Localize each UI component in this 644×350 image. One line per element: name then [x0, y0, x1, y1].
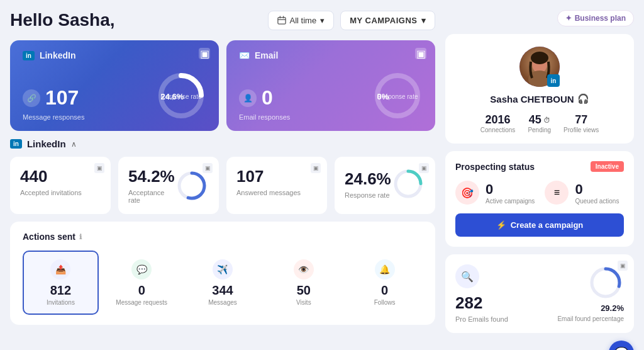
linkedin-metric-label: Message responses	[23, 113, 84, 121]
pin-icon: ▣	[311, 163, 321, 173]
email-donut: 0% Response rate	[372, 71, 423, 121]
chevron-up-icon: ∧	[71, 140, 77, 149]
linkedin-card-header: in LinkedIn	[23, 50, 206, 60]
profile-emoji: 🎧	[577, 93, 589, 104]
greeting: Hello Sasha,	[10, 10, 115, 30]
answered-messages-value: 107	[236, 167, 317, 186]
lightning-icon: ⚡	[496, 220, 506, 230]
queued-actions-icon: ≡	[545, 181, 569, 205]
actions-grid: 📤 812 Invitations 💬 0 Message requests ✈…	[23, 251, 423, 315]
connections-label: Connections	[480, 127, 516, 133]
invitations-label: Invitations	[47, 299, 75, 306]
connections-stat: 2016 Connections	[480, 113, 516, 133]
visits-action[interactable]: 👁️ 50 Visits	[265, 251, 341, 315]
linkedin-metric: 🔗 107 Message responses	[23, 86, 84, 121]
messages-action[interactable]: ✈️ 344 Messages	[185, 251, 261, 315]
email-card-header: ✉️ Email	[239, 50, 423, 60]
messages-value: 344	[212, 283, 233, 298]
date-filter-dropdown[interactable]: All time ▾	[268, 11, 335, 30]
pending-value: 45 ⏱	[528, 113, 551, 127]
email-found-percentage-label: Email found percentage	[557, 315, 624, 322]
queued-actions-stat: ≡ 0 Queued actions	[545, 181, 619, 205]
pro-emails-icon: 🔍	[455, 264, 479, 288]
accepted-invitations-label: Accepted invitations	[20, 189, 101, 196]
email-donut-sublabel: Response rate	[377, 93, 418, 100]
email-summary-card: ▣ ✉️ Email 👤 0 Email responses	[226, 40, 435, 131]
invitations-icon: 📤	[50, 259, 70, 279]
chat-button[interactable]: 💬	[609, 341, 634, 350]
inactive-badge: Inactive	[591, 161, 624, 172]
pro-emails-value: 282	[455, 293, 508, 313]
linkedin-donut: 24.6% Response rate	[156, 71, 206, 121]
linkedin-section-header: in LinkedIn ∧	[10, 138, 435, 149]
acceptance-rate-donut	[175, 169, 209, 203]
invitations-value: 812	[50, 283, 71, 298]
follows-label: Follows	[374, 299, 396, 306]
email-metric-value: 0	[262, 86, 273, 110]
message-requests-icon: 💬	[131, 259, 152, 279]
avatar-container: in	[519, 47, 560, 87]
accepted-invitations-value: 440	[20, 167, 101, 186]
visits-icon: 👁️	[294, 259, 314, 279]
pending-label: Pending	[528, 127, 551, 133]
answered-messages-label: Answered messages	[236, 189, 317, 196]
pending-stat: 45 ⏱ Pending	[528, 113, 551, 133]
campaigns-dropdown[interactable]: MY CAMPAIGNS ▾	[340, 11, 435, 30]
star-icon: ✦	[565, 14, 572, 23]
active-campaigns-stat: 🎯 0 Active campaigns	[455, 181, 535, 205]
pending-icon: ⏱	[543, 116, 550, 124]
prospecting-card: Prospecting status Inactive 🎯 0 Active c…	[445, 151, 634, 247]
email-percentage-section: 29.2% Email found percentage	[557, 264, 624, 322]
linkedin-badge: in	[23, 51, 35, 60]
email-found-percentage-value: 29.2%	[601, 303, 624, 313]
linkedin-metric-value: 107	[45, 86, 79, 110]
email-card-body: 👤 0 Email responses 0% Response rate	[239, 71, 423, 121]
response-rate-value: 24.6%	[345, 169, 391, 189]
queued-actions-label: Queued actions	[575, 198, 619, 205]
prospecting-stats: 🎯 0 Active campaigns ≡ 0 Queued actions	[455, 181, 624, 205]
pin-icon: ▣	[94, 163, 104, 173]
views-label: Profile views	[564, 127, 599, 133]
linkedin-section-badge: in	[10, 139, 22, 149]
right-panel-header: ✦ Business plan	[445, 10, 634, 26]
accepted-invitations-card: ▣ 440 Accepted invitations	[10, 157, 111, 214]
views-stat: 77 Profile views	[564, 113, 599, 133]
profile-card: in Sasha CHETBOUN 🎧 2016 Connections 45 …	[445, 34, 634, 144]
email-stats-inner: 🔍 282 Pro Emails found 29.2% Email found…	[455, 264, 624, 323]
message-requests-action[interactable]: 💬 0 Message requests	[104, 251, 180, 315]
prospecting-title: Prospecting status	[455, 162, 535, 172]
visits-label: Visits	[296, 299, 311, 306]
linkedin-section-label: LinkedIn	[27, 138, 66, 149]
response-rate-card: ▣ 24.6% Response rate	[335, 157, 435, 214]
visits-value: 50	[297, 283, 311, 298]
active-campaigns-label: Active campaigns	[486, 198, 535, 205]
actions-sent-title: Actions sent ℹ	[23, 232, 423, 242]
linkedin-summary-card: ▣ in LinkedIn 🔗 107 Message responses	[10, 40, 219, 131]
follows-icon: 🔔	[375, 259, 395, 279]
active-campaigns-value: 0	[486, 181, 535, 198]
header-controls: All time ▾ MY CAMPAIGNS ▾	[268, 11, 435, 30]
chevron-down-icon: ▾	[320, 16, 325, 25]
email-card-title: Email	[255, 50, 278, 60]
profile-name: Sasha CHETBOUN 🎧	[490, 93, 589, 104]
calendar-icon	[277, 16, 286, 25]
create-campaign-button[interactable]: ⚡ Create a campaign	[455, 213, 624, 237]
invitations-action[interactable]: 📤 812 Invitations	[23, 251, 99, 315]
follows-action[interactable]: 🔔 0 Follows	[347, 251, 423, 315]
business-plan-button[interactable]: ✦ Business plan	[557, 10, 634, 26]
profile-stats: 2016 Connections 45 ⏱ Pending 77 Profile…	[455, 113, 624, 133]
follows-value: 0	[381, 283, 388, 298]
connections-value: 2016	[480, 113, 516, 127]
chevron-down-icon: ▾	[421, 16, 426, 25]
messages-icon: ✈️	[213, 259, 233, 279]
pin-icon: ▣	[415, 48, 426, 59]
linkedin-donut-sublabel: Response rate	[160, 93, 201, 100]
email-metric: 👤 0 Email responses	[239, 86, 290, 121]
answered-messages-card: ▣ 107 Answered messages	[226, 157, 327, 214]
response-rate-donut	[391, 167, 425, 201]
pin-icon: ▣	[199, 48, 210, 59]
pro-emails-section: 🔍 282 Pro Emails found	[455, 264, 508, 323]
svg-rect-0	[277, 18, 285, 25]
actions-sent-card: Actions sent ℹ 📤 812 Invitations 💬 0 Mes…	[10, 222, 435, 325]
info-icon: ℹ	[79, 233, 82, 241]
